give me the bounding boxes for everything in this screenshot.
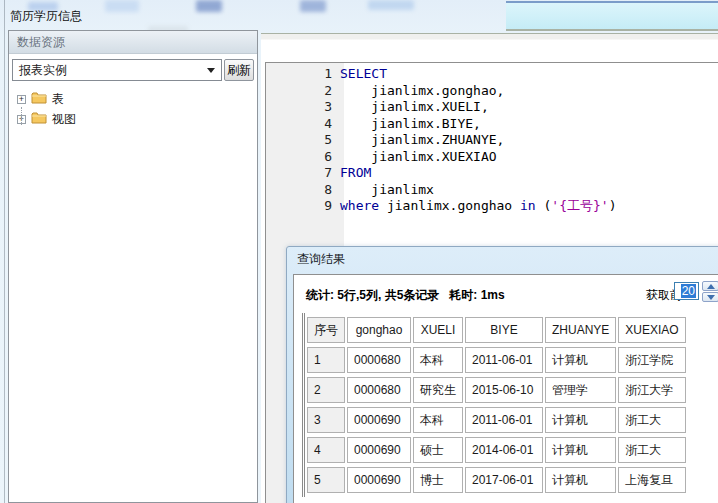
data-cell: 2015-06-10 [465, 377, 543, 403]
row-number-cell: 1 [307, 347, 345, 373]
line-number: 2 [266, 83, 338, 100]
query-results-title: 查询结果 [287, 247, 718, 271]
data-source-header: 数据资源 [9, 31, 257, 54]
data-cell: 2017-06-01 [465, 467, 543, 493]
code-text: jianlimx.XUELI, [340, 99, 489, 114]
column-header-XUEXIAO: XUEXIAO [618, 317, 685, 343]
table-row[interactable]: 40000690硕士2014-06-01计算机浙工大 [307, 437, 686, 463]
sql-token-kw: in [520, 198, 543, 213]
sql-token-id: jianlimx.BIYE, [340, 116, 481, 131]
sql-token-kw: SELECT [340, 66, 387, 81]
sql-token-kw: where [340, 198, 387, 213]
table-row[interactable]: 30000690本科2011-06-01计算机浙工大 [307, 407, 686, 433]
data-cell: 计算机 [545, 467, 616, 493]
data-cell: 浙工大 [618, 437, 685, 463]
sql-token-id: jianlimx [340, 182, 434, 197]
expand-plus-icon[interactable]: + [17, 95, 26, 104]
line-number: 6 [266, 149, 338, 166]
code-text: jianlimx [340, 182, 434, 197]
query-results-panel: 查询结果 统计: 5行,5列, 共5条记录耗时: 1ms 获取前 20 序号go… [286, 246, 718, 503]
line-number: 3 [266, 99, 338, 116]
code-text: jianlimx.gonghao, [340, 83, 504, 98]
sql-token-id: jianlimx.gonghao [387, 198, 520, 213]
query-results-content: 统计: 5行,5列, 共5条记录耗时: 1ms 获取前 20 序号gonghao… [293, 274, 718, 503]
data-cell: 计算机 [545, 437, 616, 463]
tree-item-tables[interactable]: +表 [17, 89, 257, 109]
sql-token-id: jianlimx.gonghao, [340, 83, 504, 98]
data-cell: 0000690 [347, 407, 411, 433]
sql-token-id: ) [609, 198, 617, 213]
background-artifact [368, 0, 414, 10]
data-cell: 浙江大学 [618, 377, 685, 403]
column-header-ZHUANYE: ZHUANYE [545, 317, 616, 343]
line-number: 7 [266, 165, 338, 182]
data-cell: 0000690 [347, 437, 411, 463]
column-header-gonghao: gonghao [347, 317, 411, 343]
code-text: where jianlimx.gonghao in ('{工号}') [340, 198, 616, 213]
code-line: 9where jianlimx.gonghao in ('{工号}') [266, 198, 718, 215]
code-line: 7FROM [266, 165, 718, 182]
data-cell: 博士 [413, 467, 463, 493]
sql-token-str: '{工号}' [551, 198, 608, 213]
line-number: 4 [266, 116, 338, 133]
column-header-BIYE: BIYE [465, 317, 543, 343]
code-text: jianlimx.BIYE, [340, 116, 481, 131]
row-number-cell: 2 [307, 377, 345, 403]
datasource-select[interactable]: 报表实例 [12, 59, 222, 81]
refresh-button[interactable]: 刷新 [224, 59, 254, 81]
background-window-strip [506, 1, 718, 31]
table-row[interactable]: 10000680本科2011-06-01计算机浙江学院 [307, 347, 686, 373]
sql-token-id: jianlimx.XUELI, [340, 99, 489, 114]
tree-item-views[interactable]: +视图 [17, 109, 257, 129]
data-cell: 2014-06-01 [465, 437, 543, 463]
data-source-panel: 数据资源 报表实例 刷新 +表+视图 [8, 30, 258, 503]
table-row[interactable]: 50000690博士2017-06-01计算机上海复旦 [307, 467, 686, 493]
tree-item-label: 表 [52, 91, 64, 108]
results-table: 序号gonghaoXUELIBIYEZHUANYEXUEXIAO 1000068… [305, 313, 688, 497]
chevron-down-icon[interactable] [207, 68, 215, 73]
table-row[interactable]: 20000680研究生2015-06-10管理学浙江大学 [307, 377, 686, 403]
background-artifact [196, 0, 222, 12]
line-number: 8 [266, 182, 338, 199]
arrow-up-icon [707, 284, 715, 289]
data-cell: 2011-06-01 [465, 407, 543, 433]
folder-icon [31, 111, 47, 127]
code-text: jianlimx.XUEXIAO [340, 149, 497, 164]
spin-down-button[interactable] [702, 292, 718, 302]
code-line: 8 jianlimx [266, 182, 718, 199]
line-number: 9 [266, 198, 338, 215]
line-number: 1 [266, 66, 338, 83]
fetch-count-input[interactable]: 20 [674, 282, 699, 300]
row-number-cell: 5 [307, 467, 345, 493]
data-cell: 0000680 [347, 347, 411, 373]
table-body: 10000680本科2011-06-01计算机浙江学院20000680研究生20… [307, 347, 686, 493]
data-cell: 计算机 [545, 407, 616, 433]
line-number: 5 [266, 132, 338, 149]
code-line: 2 jianlimx.gonghao, [266, 83, 718, 100]
dialog-border [4, 0, 5, 503]
code-text: SELECT [340, 66, 387, 81]
code-line: 6 jianlimx.XUEXIAO [266, 149, 718, 166]
data-cell: 上海复旦 [618, 467, 685, 493]
background-artifact [105, 0, 139, 12]
tree-connector-line [21, 107, 22, 125]
background-artifact [300, 0, 326, 12]
code-line: 3 jianlimx.XUELI, [266, 99, 718, 116]
code-line: 1SELECT [266, 66, 718, 83]
arrow-down-icon [707, 295, 715, 300]
page-title: 简历学历信息 [10, 8, 82, 25]
sql-token-id: jianlimx.ZHUANYE, [340, 132, 504, 147]
table-header-row: 序号gonghaoXUELIBIYEZHUANYEXUEXIAO [307, 317, 686, 343]
tree-item-label: 视图 [52, 111, 76, 128]
code-line: 5 jianlimx.ZHUANYE, [266, 132, 718, 149]
results-table-wrap: 序号gonghaoXUELIBIYEZHUANYEXUEXIAO 1000068… [302, 313, 688, 497]
data-cell: 管理学 [545, 377, 616, 403]
data-cell: 2011-06-01 [465, 347, 543, 373]
row-number-cell: 3 [307, 407, 345, 433]
sql-editor-lines: 1SELECT2 jianlimx.gonghao,3 jianlimx.XUE… [266, 63, 718, 215]
data-cell: 本科 [413, 407, 463, 433]
sql-token-id: jianlimx.XUEXIAO [340, 149, 497, 164]
spin-up-button[interactable] [702, 281, 718, 291]
column-header-序号: 序号 [307, 317, 345, 343]
data-cell: 0000690 [347, 467, 411, 493]
